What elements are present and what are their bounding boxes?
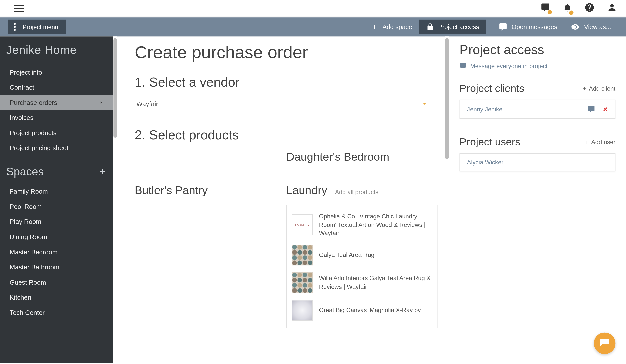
plus-icon: + xyxy=(583,85,586,92)
intercom-icon xyxy=(599,338,610,349)
sidebar-space-play-room[interactable]: Play Room xyxy=(0,214,113,229)
top-right-icons xyxy=(540,2,617,14)
chevron-down-icon xyxy=(421,101,427,107)
product-name: Galya Teal Area Rug xyxy=(319,251,374,259)
sidebar-space-master-bathroom[interactable]: Master Bathroom xyxy=(0,259,113,275)
step2-title: 2. Select products xyxy=(135,128,427,142)
view-as-button[interactable]: View as... xyxy=(564,20,618,34)
plus-icon: + xyxy=(585,139,589,146)
sidebar: Jenike Home Project info Contract Purcha… xyxy=(0,36,113,363)
client-card: Jenny Jenike ✕ xyxy=(460,100,616,119)
scrollbar-thumb[interactable] xyxy=(445,38,449,159)
sidebar-space-pool-room[interactable]: Pool Room xyxy=(0,199,113,214)
page-title: Create purchase order xyxy=(135,43,427,62)
space-heading-laundry: Laundry xyxy=(286,184,327,197)
product-item[interactable]: Great Big Canvas 'Magnolia X-Ray by xyxy=(290,297,434,324)
product-thumbnail xyxy=(292,300,313,321)
space-heading-butlers-pantry: Butler's Pantry xyxy=(135,184,265,197)
sidebar-item-project-products[interactable]: Project products xyxy=(0,125,113,140)
main-scrollbar[interactable] xyxy=(445,36,449,363)
product-item[interactable]: Galya Teal Area Rug xyxy=(290,241,434,269)
product-thumbnail xyxy=(292,245,313,265)
product-name: Ophelia & Co. 'Vintage Chic Laundry Room… xyxy=(319,212,432,238)
chat-icon[interactable] xyxy=(587,105,595,113)
add-space-label: Add space xyxy=(383,23,412,30)
sidebar-item-contract[interactable]: Contract xyxy=(0,80,113,95)
messages-icon xyxy=(499,23,507,31)
vendor-select[interactable]: Wayfair xyxy=(135,97,429,110)
intercom-launcher[interactable] xyxy=(594,333,616,354)
product-thumbnail xyxy=(292,215,313,235)
user-card: Alycia Wicker xyxy=(460,153,616,171)
space-heading-daughters-bedroom: Daughter's Bedroom xyxy=(286,150,438,164)
client-name-link[interactable]: Jenny Jenike xyxy=(467,106,502,113)
chevron-right-icon xyxy=(99,99,103,105)
add-all-products-link[interactable]: Add all products xyxy=(335,189,378,196)
hamburger-icon[interactable] xyxy=(14,5,24,12)
remove-client-icon[interactable]: ✕ xyxy=(603,106,608,113)
user-name-link[interactable]: Alycia Wicker xyxy=(467,159,503,166)
open-messages-label: Open messages xyxy=(512,23,557,30)
sidebar-scrollbar[interactable] xyxy=(113,36,117,363)
sidebar-space-tech-center[interactable]: Tech Center xyxy=(0,305,113,320)
project-menu-label: Project menu xyxy=(23,23,58,30)
product-list: Ophelia & Co. 'Vintage Chic Laundry Room… xyxy=(286,205,438,328)
main-content: Create purchase order 1. Select a vendor… xyxy=(117,36,445,363)
sidebar-space-family-room[interactable]: Family Room xyxy=(0,184,113,199)
right-panel: Project access Message everyone in proje… xyxy=(449,36,626,363)
lock-icon xyxy=(426,23,434,31)
add-user-button[interactable]: + Add user xyxy=(585,139,616,146)
view-as-label: View as... xyxy=(584,23,611,30)
project-access-label: Project access xyxy=(438,23,479,30)
product-item[interactable]: Ophelia & Co. 'Vintage Chic Laundry Room… xyxy=(290,209,434,241)
project-clients-title: Project clients xyxy=(460,82,524,94)
action-bar: Project menu Add space Project access Op… xyxy=(0,17,626,36)
product-thumbnail xyxy=(292,272,313,293)
add-client-label: Add client xyxy=(589,85,615,92)
sidebar-space-guest-room[interactable]: Guest Room xyxy=(0,275,113,290)
project-title: Jenike Home xyxy=(0,36,113,64)
top-bar xyxy=(0,0,626,17)
project-clients-header: Project clients + Add client xyxy=(460,82,616,94)
add-space-icon[interactable]: + xyxy=(100,166,105,177)
eye-icon xyxy=(571,23,580,31)
sidebar-item-project-info[interactable]: Project info xyxy=(0,65,113,80)
bell-icon[interactable] xyxy=(563,2,572,14)
message-everyone-label: Message everyone in project xyxy=(470,62,548,69)
open-messages-button[interactable]: Open messages xyxy=(492,20,564,34)
sidebar-space-kitchen[interactable]: Kitchen xyxy=(0,290,113,305)
spaces-header: Spaces + xyxy=(0,155,113,184)
message-everyone-link[interactable]: Message everyone in project xyxy=(460,62,616,69)
notification-dot xyxy=(548,10,552,14)
project-access-button[interactable]: Project access xyxy=(419,20,486,34)
step1-title: 1. Select a vendor xyxy=(135,75,427,90)
add-user-label: Add user xyxy=(591,139,615,146)
sidebar-item-project-pricing-sheet[interactable]: Project pricing sheet xyxy=(0,140,113,156)
spaces-title: Spaces xyxy=(6,165,44,178)
sidebar-item-label: Purchase orders xyxy=(10,99,57,106)
divider xyxy=(489,21,489,33)
sidebar-space-master-bedroom[interactable]: Master Bedroom xyxy=(0,244,113,260)
sidebar-item-invoices[interactable]: Invoices xyxy=(0,110,113,125)
sidebar-item-purchase-orders[interactable]: Purchase orders xyxy=(0,95,113,110)
notification-dot xyxy=(569,11,573,15)
plus-icon xyxy=(370,23,378,31)
scrollbar-thumb[interactable] xyxy=(113,38,117,138)
product-name: Willa Arlo Interiors Galya Teal Area Rug… xyxy=(319,274,432,291)
right-panel-title: Project access xyxy=(460,43,616,57)
project-users-title: Project users xyxy=(460,136,520,148)
chat-icon[interactable] xyxy=(540,3,551,14)
project-menu-button[interactable]: Project menu xyxy=(8,20,66,34)
add-client-button[interactable]: + Add client xyxy=(583,85,615,92)
product-item[interactable]: Willa Arlo Interiors Galya Teal Area Rug… xyxy=(290,269,434,297)
help-icon[interactable] xyxy=(584,2,595,14)
vendor-selected-value: Wayfair xyxy=(136,100,158,107)
chat-icon xyxy=(460,62,467,69)
sidebar-space-dining-room[interactable]: Dining Room xyxy=(0,229,113,244)
add-space-button[interactable]: Add space xyxy=(363,20,419,34)
account-icon[interactable] xyxy=(607,2,617,14)
project-users-header: Project users + Add user xyxy=(460,136,616,148)
product-name: Great Big Canvas 'Magnolia X-Ray by xyxy=(319,306,421,315)
kebab-icon xyxy=(14,23,16,31)
